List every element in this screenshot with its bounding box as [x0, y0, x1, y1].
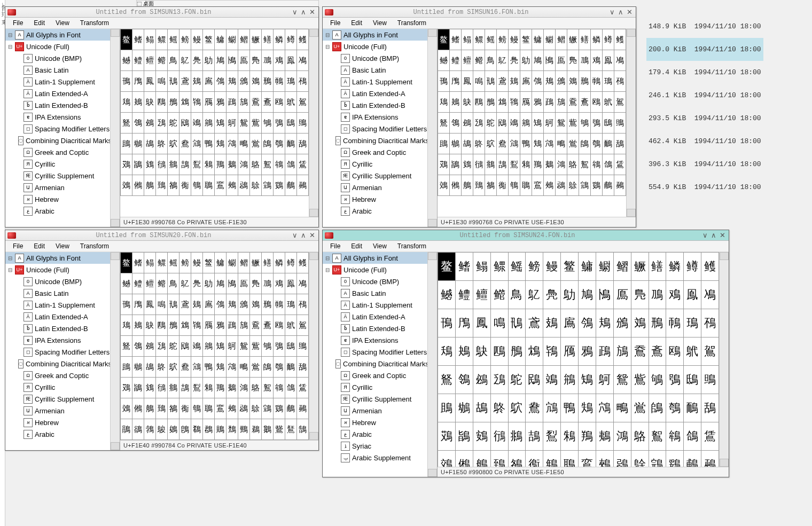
glyph-cell[interactable]: 鳝: [579, 29, 591, 50]
glyph-cell[interactable]: 鴼: [250, 378, 262, 398]
glyph-cell[interactable]: 鴝: [649, 366, 666, 394]
glyph-cell[interactable]: 鴷: [191, 378, 203, 398]
glyph-cell[interactable]: 鵁: [121, 175, 132, 196]
glyph-cell[interactable]: 鳚: [227, 253, 238, 273]
glyph-cell[interactable]: 鴺: [227, 154, 238, 175]
tree-item[interactable]: Я Cyrillic: [5, 158, 110, 170]
glyph-cell[interactable]: 鳱: [438, 71, 450, 92]
titlebar[interactable]: Untitled from SIMSUN16.FON.bin ∨ ∧ ✕: [323, 7, 636, 18]
glyph-cell[interactable]: 鳏: [490, 253, 508, 281]
glyph-cell[interactable]: 鵊: [544, 175, 556, 196]
glyph-cell[interactable]: 鳺: [596, 309, 613, 337]
glyph-cell[interactable]: 鳪: [227, 50, 238, 71]
glyph-cell[interactable]: 鴨: [203, 357, 215, 378]
tree-item[interactable]: א Hebrew: [5, 193, 110, 205]
glyph-cell[interactable]: 鳜: [567, 29, 579, 50]
glyph-cell[interactable]: 鴧: [191, 134, 203, 154]
glyph-cell[interactable]: 鴖: [179, 113, 191, 134]
glyph-cell[interactable]: 鳬: [631, 281, 649, 309]
glyph-cell[interactable]: 鳵: [485, 71, 497, 92]
glyph-cell[interactable]: 鴬: [567, 134, 579, 154]
glyph-cell[interactable]: 鴣: [144, 134, 156, 154]
glyph-cell[interactable]: 鴒: [132, 336, 144, 357]
tree-item[interactable]: ⊟ A All Glyphs in Font: [323, 252, 427, 264]
glyph-cell[interactable]: 鳼: [567, 71, 579, 92]
menu-file[interactable]: File: [326, 242, 345, 250]
glyph-cell[interactable]: 鴭: [649, 394, 666, 422]
glyph-cell[interactable]: 鴹: [532, 154, 544, 175]
glyph-cell[interactable]: 鴡: [438, 134, 450, 154]
sidebar-scrollbar[interactable]: [427, 252, 437, 477]
glyph-cell[interactable]: 鴃: [462, 92, 473, 113]
glyph-cell[interactable]: 鳲: [132, 294, 144, 315]
glyph-cell[interactable]: 鴱: [121, 154, 132, 175]
glyph-cell[interactable]: 鴪: [227, 357, 238, 378]
tree-item[interactable]: Ω Greek and Coptic: [5, 146, 110, 158]
glyph-cell[interactable]: 鳘: [561, 253, 579, 281]
glyph-cell[interactable]: 鴷: [191, 154, 203, 175]
glyph-cell[interactable]: 鵚: [227, 419, 238, 440]
tree-twisty[interactable]: ⊟: [325, 44, 330, 50]
glyph-cell[interactable]: 鵐: [614, 175, 626, 196]
tree-item[interactable]: À Latin-1 Supplement: [5, 76, 110, 88]
glyph-cell[interactable]: 鳻: [613, 309, 631, 337]
glyph-cell[interactable]: 鳺: [544, 71, 556, 92]
glyph-cell[interactable]: 鳳: [144, 71, 156, 92]
glyph-cell[interactable]: 鴖: [179, 336, 191, 357]
glyph-cell[interactable]: 鴎: [591, 92, 603, 113]
glyph-cell[interactable]: 鳨: [203, 50, 215, 71]
glyph-cell[interactable]: 鴢: [450, 134, 462, 154]
tree-item[interactable]: ⊟ U+ Unicode (Full): [323, 41, 427, 52]
glyph-cell[interactable]: 鴣: [462, 134, 473, 154]
glyph-cell[interactable]: 鴷: [509, 154, 520, 175]
glyph-cell[interactable]: 鳫: [238, 50, 250, 71]
glyph-cell[interactable]: 鳳: [144, 294, 156, 315]
glyph-cell[interactable]: 鴼: [631, 422, 649, 451]
glyph-cell[interactable]: 鵉: [532, 175, 544, 196]
glyph-cell[interactable]: 鳮: [591, 50, 603, 71]
glyph-cell[interactable]: 鳽: [262, 71, 274, 92]
glyph-cell[interactable]: 鴘: [203, 113, 215, 134]
glyph-cell[interactable]: 鴠: [614, 113, 626, 134]
glyph-cell[interactable]: 鴤: [156, 134, 168, 154]
glyph-cell[interactable]: 鴛: [238, 113, 250, 134]
tree-item[interactable]: Ω Greek and Coptic: [5, 370, 110, 381]
glyph-cell[interactable]: 鳢: [132, 50, 144, 71]
glyph-cell[interactable]: 鳬: [250, 273, 262, 294]
glyph-cell[interactable]: 鳚: [544, 29, 556, 50]
glyph-cell[interactable]: 鴫: [613, 394, 631, 422]
glyph-cell[interactable]: 鴁: [121, 315, 132, 336]
glyph-cell[interactable]: 鳽: [579, 71, 591, 92]
tree-item[interactable]: Ā Latin Extended-A: [5, 311, 110, 323]
tree-item[interactable]: Я Cyrillic: [5, 381, 110, 393]
glyph-cell[interactable]: 鳚: [227, 29, 238, 50]
glyph-cell[interactable]: 鳜: [250, 253, 262, 273]
glyph-cell[interactable]: 鴢: [132, 134, 144, 154]
glyph-cell[interactable]: 鴑: [121, 113, 132, 134]
menu-transform[interactable]: Transform: [393, 242, 431, 250]
glyph-cell[interactable]: 鵐: [297, 175, 309, 196]
glyph-cell[interactable]: 鴾: [274, 378, 285, 398]
glyph-cell[interactable]: 鴄: [490, 337, 508, 366]
glyph-cell[interactable]: 鳡: [121, 273, 132, 294]
glyph-cell[interactable]: 鳠: [297, 253, 309, 273]
glyph-cell[interactable]: 鴩: [215, 134, 227, 154]
glyph-cell[interactable]: 鴸: [203, 378, 215, 398]
glyph-cell[interactable]: 鴉: [215, 315, 227, 336]
glyph-cell[interactable]: 鳏: [156, 29, 168, 50]
glyph-cell[interactable]: 鳺: [227, 71, 238, 92]
tree-twisty[interactable]: ⊟: [7, 32, 13, 38]
glyph-cell[interactable]: 鴿: [603, 154, 614, 175]
glyph-cell[interactable]: 鳾: [591, 71, 603, 92]
glyph-cell[interactable]: 鴉: [215, 92, 227, 113]
glyph-cell[interactable]: 鵜: [250, 419, 262, 440]
glyph-cell[interactable]: 鳢: [455, 281, 473, 309]
glyph-cell[interactable]: 鴉: [532, 92, 544, 113]
glyph-cell[interactable]: 鴋: [238, 315, 250, 336]
glyph-cell[interactable]: 鴔: [473, 113, 485, 134]
glyph-cell[interactable]: 鴴: [156, 378, 168, 398]
close-icon[interactable]: ✕: [720, 231, 725, 239]
glyph-cell[interactable]: 鵋: [238, 175, 250, 196]
glyph-cell[interactable]: 鴫: [556, 134, 567, 154]
tree-item[interactable]: Ω Greek and Coptic: [323, 146, 427, 158]
